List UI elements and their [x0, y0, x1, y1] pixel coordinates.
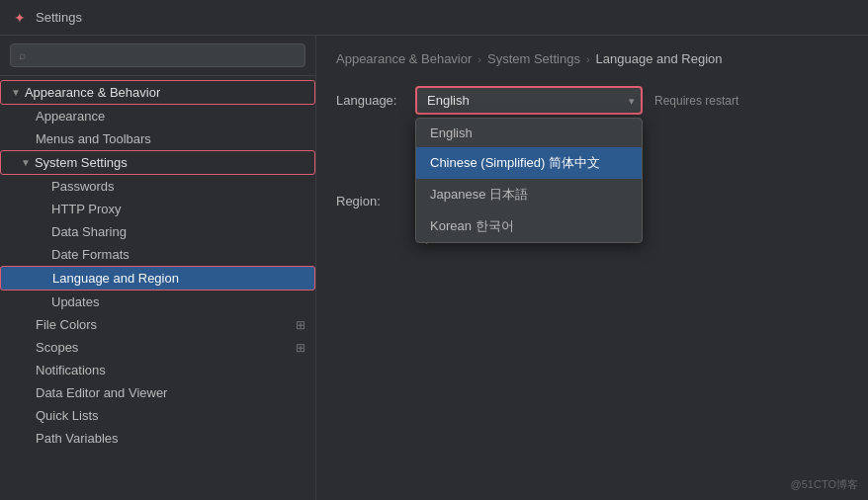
expand-icon: ▼	[11, 87, 21, 98]
sidebar-label: Date Formats	[51, 247, 130, 262]
search-input[interactable]	[10, 43, 305, 67]
breadcrumb-item-2: System Settings	[487, 51, 580, 66]
title-bar: ✦ Settings	[0, 0, 868, 36]
sidebar-label: Passwords	[51, 179, 115, 194]
title-bar-label: Settings	[36, 10, 82, 25]
expand-icon: ▼	[21, 157, 31, 168]
watermark: @51CTO博客	[791, 477, 858, 492]
language-setting-row: Language: English Chinese (Simplified) 简…	[336, 86, 848, 115]
scopes-icon: ⊞	[296, 341, 305, 355]
sidebar-label: File Colors	[36, 317, 97, 332]
dropdown-option-chinese[interactable]: Chinese (Simplified) 简体中文	[416, 147, 642, 179]
main-layout: ▼ Appearance & Behavior Appearance Menus…	[0, 36, 868, 500]
region-label: Region:	[336, 194, 415, 208]
sidebar-label: Notifications	[36, 363, 106, 377]
sidebar-label: Menus and Toolbars	[36, 131, 151, 146]
sidebar-item-date-formats[interactable]: Date Formats	[0, 243, 315, 266]
dropdown-option-japanese[interactable]: Japanese 日本語	[416, 179, 642, 210]
sidebar-item-quick-lists[interactable]: Quick Lists	[0, 404, 315, 427]
sidebar-label: Scopes	[36, 340, 78, 355]
dropdown-option-korean[interactable]: Korean 한국어	[416, 210, 642, 242]
sidebar-label: System Settings	[35, 155, 128, 170]
dropdown-option-english[interactable]: English	[416, 119, 642, 147]
sidebar-label: HTTP Proxy	[51, 202, 122, 216]
breadcrumb-item-3: Language and Region	[596, 51, 723, 66]
sidebar-label: Quick Lists	[36, 408, 99, 423]
language-dropdown-container: English Chinese (Simplified) 简体中文 Japane…	[415, 86, 643, 115]
sidebar-label: Data Sharing	[51, 224, 127, 239]
search-bar	[0, 36, 315, 76]
file-colors-icon: ⊞	[296, 318, 305, 332]
sidebar-item-path-variables[interactable]: Path Variables	[0, 427, 315, 450]
sidebar-item-updates[interactable]: Updates	[0, 291, 315, 313]
sidebar-item-file-colors[interactable]: File Colors ⊞	[0, 313, 315, 336]
breadcrumb-sep-2: ›	[586, 53, 590, 65]
sidebar-item-language-region[interactable]: Language and Region	[0, 266, 315, 291]
dropdown-popup: English Chinese (Simplified) 简体中文 Japane…	[415, 118, 643, 243]
sidebar-section: ▼ Appearance & Behavior Appearance Menus…	[0, 76, 315, 454]
sidebar-item-scopes[interactable]: Scopes ⊞	[0, 336, 315, 359]
sidebar-label: Data Editor and Viewer	[36, 385, 167, 400]
app-icon: ✦	[12, 10, 28, 26]
sidebar-item-data-editor[interactable]: Data Editor and Viewer	[0, 381, 315, 404]
sidebar-item-http-proxy[interactable]: HTTP Proxy	[0, 198, 315, 220]
sidebar-item-passwords[interactable]: Passwords	[0, 175, 315, 198]
sidebar-item-system-settings[interactable]: ▼ System Settings	[0, 150, 315, 175]
breadcrumb: Appearance & Behavior › System Settings …	[336, 51, 848, 66]
breadcrumb-item-1: Appearance & Behavior	[336, 51, 472, 66]
sidebar-label: Language and Region	[52, 271, 179, 286]
restart-text: Requires restart	[654, 94, 738, 108]
sidebar-item-notifications[interactable]: Notifications	[0, 359, 315, 381]
language-label: Language:	[336, 93, 415, 108]
sidebar-item-menus-toolbars[interactable]: Menus and Toolbars	[0, 127, 315, 150]
sidebar-item-appearance-behavior[interactable]: ▼ Appearance & Behavior	[0, 80, 315, 105]
sidebar-label: Appearance & Behavior	[25, 85, 160, 100]
sidebar: ▼ Appearance & Behavior Appearance Menus…	[0, 36, 316, 500]
sidebar-label: Updates	[51, 294, 99, 309]
breadcrumb-sep-1: ›	[477, 53, 481, 65]
content-area: Appearance & Behavior › System Settings …	[316, 36, 868, 500]
sidebar-item-data-sharing[interactable]: Data Sharing	[0, 220, 315, 243]
sidebar-label: Appearance	[36, 109, 105, 124]
language-select[interactable]: English Chinese (Simplified) 简体中文 Japane…	[415, 86, 643, 115]
sidebar-label: Path Variables	[36, 431, 119, 446]
sidebar-item-appearance[interactable]: Appearance	[0, 105, 315, 127]
